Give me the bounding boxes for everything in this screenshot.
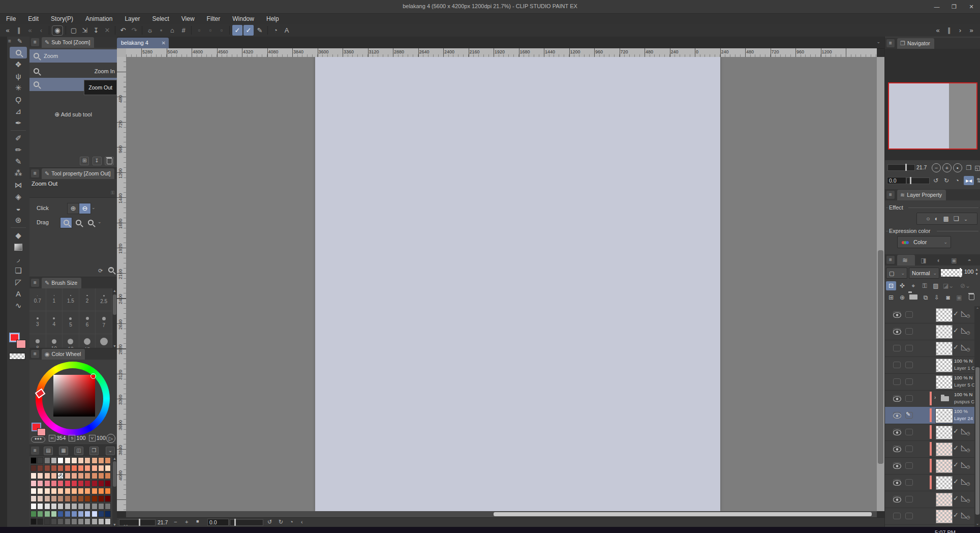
sub-tool-zoom-out[interactable]: Zoom Out [29, 78, 117, 91]
layer-color-tag[interactable] [930, 425, 932, 439]
color-swatch[interactable] [44, 518, 50, 525]
brush-size-cell[interactable]: 7 [96, 311, 112, 334]
new-raster-layer-icon[interactable]: ⊞ [886, 293, 896, 302]
color-swatch[interactable] [105, 472, 111, 479]
nav-rotate-ccw-icon[interactable]: ↺ [931, 176, 941, 185]
folder-expand-icon[interactable]: › [934, 395, 936, 400]
color-swatch[interactable] [30, 503, 37, 510]
nav-rotate-cw-icon[interactable]: ↻ [941, 176, 952, 185]
actual-size-icon[interactable]: ◱ [972, 163, 980, 172]
rotation-value[interactable]: 0.0 [207, 519, 229, 526]
panel-handle-icon[interactable]: ∥ [14, 25, 24, 36]
sub-tool-panel-tab[interactable]: ✎Sub Tool [Zoom] [42, 37, 94, 48]
nav-reset-rotation-icon[interactable]: ◔ [952, 176, 962, 185]
reset-rotation-icon[interactable]: ◔ [290, 519, 293, 525]
eraser-tool[interactable]: ◈ [10, 191, 27, 202]
color-swatch[interactable] [105, 503, 111, 510]
menu-help[interactable]: Help [260, 14, 285, 24]
nav-zoom-out-icon[interactable]: − [932, 163, 941, 172]
color-swatch[interactable] [44, 488, 50, 494]
color-swatch[interactable] [30, 472, 37, 479]
layer-row[interactable]: ✓◺◷ [885, 491, 980, 508]
halftone-effect-icon[interactable]: ▩ [943, 215, 948, 222]
delete-layer-icon[interactable] [966, 293, 976, 302]
color-swatch[interactable] [44, 457, 50, 464]
color-swatch[interactable] [78, 457, 84, 464]
lock-layer-icon[interactable]: ⚿ [920, 281, 930, 290]
fit-to-screen-icon[interactable]: ■ [196, 519, 199, 524]
delete-sub-tool-icon[interactable] [105, 157, 114, 165]
pen-tool[interactable]: ✐ [10, 132, 27, 144]
color-swatch[interactable] [51, 495, 57, 502]
add-sub-tool-button[interactable]: ⊕ Add sub tool [29, 111, 117, 118]
color-swatch[interactable] [65, 488, 71, 494]
approx-color-tab-icon[interactable]: ◫ [74, 447, 83, 455]
brush-size-cell[interactable]: 5 [63, 311, 79, 334]
redo-icon[interactable]: ↷ [129, 25, 139, 36]
subview-tab-icon[interactable]: ▣ [949, 256, 959, 265]
color-swatch[interactable] [98, 511, 104, 517]
brush-size-cell[interactable]: 0.7 [29, 288, 46, 311]
blend-mode-dropdown[interactable]: Normal⌄ [909, 268, 939, 279]
navigator-zoom-slider[interactable] [887, 164, 915, 171]
layer-row[interactable]: ✓◺◷ [885, 474, 980, 491]
color-swatch[interactable] [57, 495, 64, 502]
layer-thumbnail[interactable] [936, 459, 953, 473]
selection-launcher-icon[interactable]: ▫ [217, 25, 227, 36]
layer-scrollbar[interactable]: ⌃⌄ [974, 306, 980, 527]
layer-check-box[interactable] [905, 362, 913, 368]
brush-size-cell[interactable]: 10 [46, 334, 63, 348]
layer-color-tag[interactable] [930, 408, 932, 422]
merge-down-icon[interactable]: ⇩ [932, 293, 942, 302]
brush-size-panel-tab[interactable]: ✎Brush Size [42, 278, 81, 288]
color-swatch[interactable] [78, 488, 84, 494]
menu-edit[interactable]: Edit [22, 14, 45, 24]
color-swatch[interactable] [78, 472, 84, 479]
color-swatch[interactable] [37, 457, 43, 464]
brush-size-cell[interactable]: 1 [46, 288, 63, 311]
layer-check-box[interactable] [905, 311, 913, 318]
horizontal-scrollbar[interactable] [126, 511, 877, 517]
color-swatch[interactable] [44, 472, 50, 479]
expand-right-icon[interactable]: › [955, 25, 965, 36]
color-swatch[interactable] [71, 503, 77, 510]
opacity-slider[interactable] [940, 269, 963, 277]
snap-to-grid-icon[interactable]: ✎ [255, 25, 265, 36]
saturation-value-square[interactable] [53, 375, 95, 417]
create-mask-icon[interactable]: ◙ [943, 293, 953, 302]
layer-thumbnail[interactable] [936, 308, 953, 322]
sub-color-chip[interactable] [16, 340, 26, 348]
right-handle-icon[interactable]: ∥ [944, 25, 954, 36]
color-swatch[interactable] [44, 465, 50, 471]
color-swatch[interactable] [71, 511, 77, 517]
frame-border-tool[interactable]: ❏ [10, 264, 27, 276]
title-bar[interactable]: belakang 4 (5600 x 4200px 1200dpi 21.7%)… [0, 0, 980, 14]
color-swatch[interactable] [37, 495, 43, 502]
menu-storyp[interactable]: Story(P) [45, 14, 79, 24]
csp-logo-icon[interactable]: ◉ [52, 25, 63, 36]
menu-file[interactable]: File [0, 14, 22, 24]
sv-marker[interactable] [90, 373, 96, 379]
layer-menu-icon[interactable]: ≡ [886, 256, 895, 264]
layer-color-tag[interactable] [930, 476, 932, 489]
color-swatch[interactable]: ✕ [57, 472, 64, 479]
layer-search-tab-icon[interactable]: ◨ [918, 256, 929, 265]
layer-thumbnail[interactable] [936, 409, 953, 423]
layer-check-box[interactable] [905, 395, 913, 402]
fill-icon[interactable]: ▪ [156, 25, 166, 36]
color-set-tab-icon[interactable]: ▤ [44, 447, 53, 455]
brush-size-cell[interactable]: 1.5 [63, 288, 79, 311]
opacity-spinner[interactable]: ▲▼ [975, 267, 978, 276]
ruler-tool[interactable]: ◸ [10, 276, 27, 288]
color-swatch[interactable] [57, 518, 64, 525]
save-all-icon[interactable]: ✕ [102, 25, 112, 36]
color-swatch[interactable] [78, 518, 84, 525]
layer-check-box[interactable] [905, 378, 913, 385]
color-swatch[interactable] [98, 480, 104, 487]
navigator-menu-icon[interactable]: ≡ [886, 39, 895, 47]
layer-color-tag[interactable] [930, 442, 932, 456]
color-swatch[interactable] [84, 480, 90, 487]
layer-folder-row[interactable]: ›100 % Npuspus C [885, 390, 980, 407]
layer-palette-dropdown[interactable]: ▢⌄ [886, 268, 907, 279]
color-swatch[interactable] [71, 465, 77, 471]
